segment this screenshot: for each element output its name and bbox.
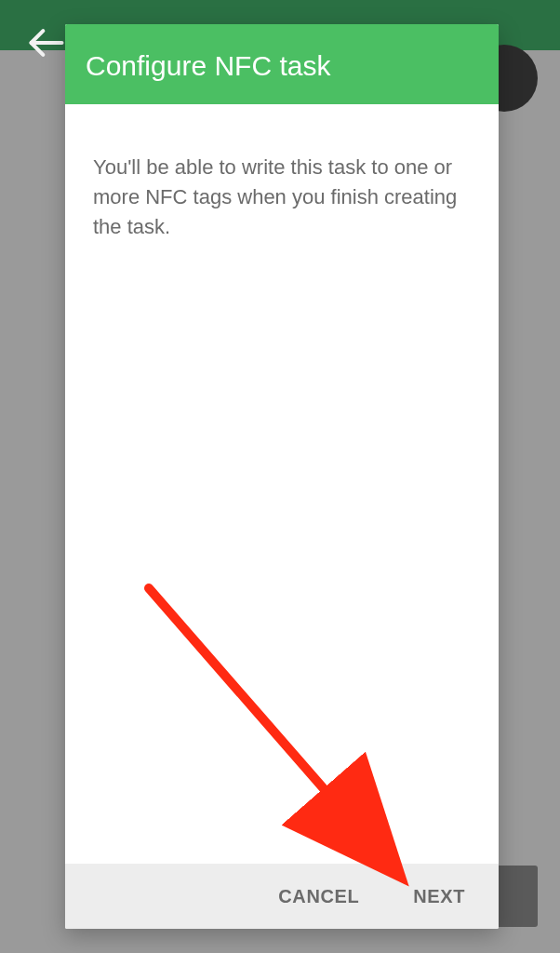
next-button[interactable]: NEXT bbox=[413, 886, 465, 907]
dialog-title: Configure NFC task bbox=[65, 24, 499, 104]
dialog-body-text: You'll be able to write this task to one… bbox=[65, 104, 499, 864]
configure-nfc-dialog: Configure NFC task You'll be able to wri… bbox=[65, 24, 499, 929]
cancel-button[interactable]: CANCEL bbox=[278, 886, 359, 907]
dialog-footer: CANCEL NEXT bbox=[65, 864, 499, 929]
back-arrow-icon bbox=[26, 22, 67, 67]
